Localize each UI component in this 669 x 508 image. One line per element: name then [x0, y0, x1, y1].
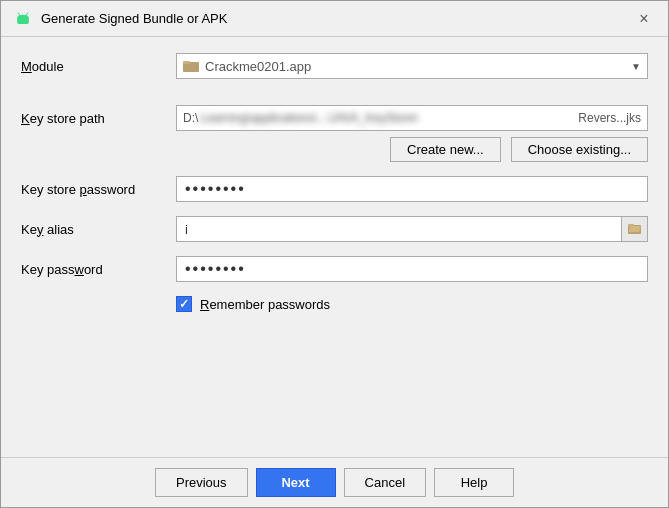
- key-alias-browse-button[interactable]: [621, 217, 647, 241]
- remember-passwords-checkbox[interactable]: ✓: [176, 296, 192, 312]
- remember-passwords-row: ✓ Remember passwords: [21, 296, 648, 312]
- keystore-path-label: Key store path: [21, 111, 176, 126]
- previous-button[interactable]: Previous: [155, 468, 248, 497]
- keystore-password-label: Key store password: [21, 182, 176, 197]
- checkbox-check-icon: ✓: [179, 297, 189, 311]
- dialog-content: Module Crackme0201.app ▼ Key store path …: [1, 37, 668, 457]
- path-blurred-container: D:\ Learning\applications\...\JAVA_KeySt…: [183, 108, 641, 128]
- key-alias-label: Key alias: [21, 222, 176, 237]
- keystore-password-row: Key store password: [21, 176, 648, 202]
- dialog-footer: Previous Next Cancel Help: [1, 457, 668, 507]
- svg-line-2: [18, 12, 20, 14]
- title-bar-left: Generate Signed Bundle or APK: [13, 9, 227, 29]
- module-select-inner: Crackme0201.app: [183, 59, 311, 74]
- keystore-path-input[interactable]: D:\ Learning\applications\...\JAVA_KeySt…: [176, 105, 648, 131]
- title-bar: Generate Signed Bundle or APK ×: [1, 1, 668, 37]
- keystore-password-input[interactable]: [176, 176, 648, 202]
- remember-passwords-label: Remember passwords: [200, 297, 330, 312]
- path-end: Revers...jks: [578, 111, 641, 125]
- create-new-button[interactable]: Create new...: [390, 137, 501, 162]
- svg-line-3: [26, 12, 28, 14]
- dialog-title: Generate Signed Bundle or APK: [41, 11, 227, 26]
- choose-existing-button[interactable]: Choose existing...: [511, 137, 648, 162]
- cancel-button[interactable]: Cancel: [344, 468, 426, 497]
- module-value: Crackme0201.app: [205, 59, 311, 74]
- key-alias-row: Key alias: [21, 216, 648, 242]
- folder-open-icon: [628, 223, 642, 235]
- module-row: Module Crackme0201.app ▼: [21, 53, 648, 79]
- generate-signed-bundle-dialog: Generate Signed Bundle or APK × Module C…: [0, 0, 669, 508]
- key-password-input[interactable]: [176, 256, 648, 282]
- path-mid: Learning\applications\...\JAVA_KeyStore\: [200, 111, 576, 125]
- path-start: D:\: [183, 111, 198, 125]
- close-button[interactable]: ×: [632, 7, 656, 31]
- module-label: Module: [21, 59, 176, 74]
- module-select[interactable]: Crackme0201.app ▼: [176, 53, 648, 79]
- module-dropdown-icon: ▼: [631, 61, 641, 72]
- svg-rect-5: [183, 61, 190, 64]
- help-button[interactable]: Help: [434, 468, 514, 497]
- key-alias-container: [176, 216, 648, 242]
- module-folder-icon: [183, 59, 199, 73]
- next-button[interactable]: Next: [256, 468, 336, 497]
- keystore-path-row: Key store path D:\ Learning\applications…: [21, 105, 648, 131]
- key-password-row: Key password: [21, 256, 648, 282]
- android-icon: [13, 9, 33, 29]
- key-alias-input[interactable]: [177, 217, 621, 241]
- key-password-label: Key password: [21, 262, 176, 277]
- keystore-action-buttons: Create new... Choose existing...: [21, 137, 648, 162]
